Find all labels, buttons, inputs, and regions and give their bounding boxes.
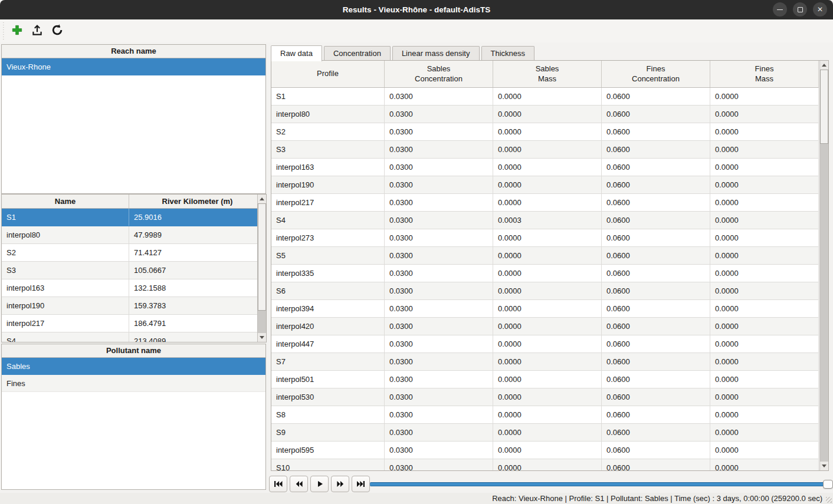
results-row[interactable]: interpol530 0.0300 0.0000 0.0600 0.0000 (271, 388, 819, 406)
cell-sables-concentration: 0.0300 (385, 88, 493, 105)
results-row[interactable]: interpol420 0.0300 0.0000 0.0600 0.0000 (271, 318, 819, 335)
cell-fines-mass: 0.0000 (710, 247, 819, 264)
scroll-down-icon[interactable] (258, 333, 266, 342)
app-window: Results - Vieux-Rhône - default-AdisTS ✕… (0, 0, 833, 504)
profiles-scrollbar-thumb[interactable] (258, 203, 266, 311)
profile-row[interactable]: S2 71.4127 (2, 244, 257, 262)
cell-fines-mass: 0.0000 (710, 106, 819, 123)
results-row[interactable]: interpol335 0.0300 0.0000 0.0600 0.0000 (271, 265, 819, 282)
results-col-header[interactable]: Sables Concentration (385, 61, 493, 87)
reach-list-item[interactable]: Vieux-Rhone (2, 58, 265, 75)
results-row[interactable]: interpol163 0.0300 0.0000 0.0600 0.0000 (271, 159, 819, 176)
cell-fines-mass: 0.0000 (710, 282, 819, 299)
profile-row[interactable]: interpol190 159.3783 (2, 297, 257, 315)
profile-row[interactable]: S1 25.9016 (2, 209, 257, 226)
profiles-col-name[interactable]: Name (2, 195, 129, 208)
toolbar-grip (2, 22, 6, 40)
time-slider-track[interactable] (370, 482, 832, 486)
scroll-up-icon[interactable] (820, 61, 828, 70)
scroll-up-icon[interactable] (258, 195, 266, 203)
toolbar (0, 19, 833, 42)
pollutant-list-item[interactable]: Sables (2, 358, 265, 375)
results-row[interactable]: S3 0.0300 0.0000 0.0600 0.0000 (271, 141, 819, 159)
results-row[interactable]: interpol595 0.0300 0.0000 0.0600 0.0000 (271, 442, 819, 459)
minimize-button[interactable] (773, 2, 787, 17)
add-button[interactable] (8, 22, 26, 40)
cell-sables-mass: 0.0000 (493, 424, 602, 441)
results-col-header[interactable]: Sables Mass (493, 61, 602, 87)
cell-fines-mass: 0.0000 (710, 335, 819, 353)
player-controls (269, 476, 370, 492)
profile-row[interactable]: interpol80 47.9989 (2, 226, 257, 244)
results-scrollbar-thumb[interactable] (820, 70, 828, 144)
pollutant-list-item[interactable]: Fines (2, 375, 265, 392)
skip-end-button[interactable] (352, 476, 370, 492)
results-row[interactable]: S2 0.0300 0.0000 0.0600 0.0000 (271, 123, 819, 141)
cell-fines-mass: 0.0000 (710, 176, 819, 193)
results-row[interactable]: interpol273 0.0300 0.0000 0.0600 0.0000 (271, 229, 819, 247)
close-button[interactable]: ✕ (813, 2, 827, 17)
results-row[interactable]: S4 0.0300 0.0003 0.0600 0.0000 (271, 212, 819, 229)
profile-km-cell: 186.4791 (129, 315, 257, 332)
cell-sables-concentration: 0.0300 (385, 106, 493, 123)
results-row[interactable]: interpol217 0.0300 0.0000 0.0600 0.0000 (271, 194, 819, 212)
tab[interactable]: Linear mass density (392, 46, 480, 60)
refresh-button[interactable] (48, 22, 66, 40)
cell-sables-concentration: 0.0300 (385, 265, 493, 282)
cell-fines-concentration: 0.0600 (602, 247, 710, 264)
time-slider-handle[interactable] (823, 480, 833, 489)
results-row[interactable]: S10 0.0300 0.0000 0.0600 0.0000 (271, 459, 819, 470)
cell-fines-mass: 0.0000 (710, 159, 819, 176)
maximize-button[interactable] (793, 2, 807, 17)
results-row[interactable]: S6 0.0300 0.0000 0.0600 0.0000 (271, 282, 819, 300)
step-back-button[interactable] (290, 476, 308, 492)
profile-row[interactable]: S3 105.0667 (2, 262, 257, 279)
tab[interactable]: Concentration (324, 46, 391, 60)
results-scrollbar[interactable] (819, 61, 828, 470)
results-row[interactable]: interpol501 0.0300 0.0000 0.0600 0.0000 (271, 371, 819, 388)
time-slider[interactable] (370, 479, 833, 489)
cell-profile: interpol217 (271, 194, 385, 211)
cell-sables-concentration: 0.0300 (385, 335, 493, 353)
tab[interactable]: Thickness (481, 46, 535, 60)
results-row[interactable]: S7 0.0300 0.0000 0.0600 0.0000 (271, 353, 819, 371)
cell-sables-concentration: 0.0300 (385, 459, 493, 470)
profile-row[interactable]: interpol217 186.4791 (2, 315, 257, 332)
results-row[interactable]: interpol447 0.0300 0.0000 0.0600 0.0000 (271, 335, 819, 353)
step-forward-button[interactable] (331, 476, 349, 492)
cell-fines-mass: 0.0000 (710, 353, 819, 370)
results-col-header[interactable]: Profile (271, 61, 385, 87)
profile-row[interactable]: interpol163 132.1588 (2, 279, 257, 297)
cell-sables-concentration: 0.0300 (385, 353, 493, 370)
results-row[interactable]: interpol394 0.0300 0.0000 0.0600 0.0000 (271, 300, 819, 318)
results-row[interactable]: interpol190 0.0300 0.0000 0.0600 0.0000 (271, 176, 819, 194)
cell-fines-concentration: 0.0600 (602, 176, 710, 193)
results-row[interactable]: S8 0.0300 0.0000 0.0600 0.0000 (271, 406, 819, 424)
results-row[interactable]: S1 0.0300 0.0000 0.0600 0.0000 (271, 88, 819, 106)
cell-fines-concentration: 0.0600 (602, 229, 710, 246)
export-button[interactable] (28, 22, 46, 40)
scroll-down-icon[interactable] (820, 462, 828, 470)
results-col-header-line1: Sables (427, 64, 451, 74)
results-row[interactable]: S9 0.0300 0.0000 0.0600 0.0000 (271, 424, 819, 442)
profiles-col-km[interactable]: River Kilometer (m) (129, 195, 266, 208)
play-icon (316, 480, 323, 487)
results-col-header[interactable]: Fines Concentration (602, 61, 710, 87)
profile-row[interactable]: S4 213.4089 (2, 332, 257, 342)
profiles-scrollbar[interactable] (257, 195, 266, 342)
cell-fines-mass: 0.0000 (710, 88, 819, 105)
results-col-header[interactable]: Fines Mass (710, 61, 819, 87)
cell-fines-mass: 0.0000 (710, 406, 819, 423)
window-controls: ✕ (773, 2, 827, 17)
play-button[interactable] (310, 476, 329, 492)
resize-grip[interactable] (826, 497, 832, 503)
tab[interactable]: Raw data (271, 45, 322, 61)
profile-km-cell: 159.3783 (129, 297, 257, 314)
skip-start-icon (274, 480, 283, 487)
skip-start-button[interactable] (269, 476, 287, 492)
cell-fines-concentration: 0.0600 (602, 424, 710, 441)
results-row[interactable]: S5 0.0300 0.0000 0.0600 0.0000 (271, 247, 819, 265)
cell-fines-concentration: 0.0600 (602, 106, 710, 123)
results-row[interactable]: interpol80 0.0300 0.0000 0.0600 0.0000 (271, 106, 819, 123)
cell-fines-concentration: 0.0600 (602, 159, 710, 176)
